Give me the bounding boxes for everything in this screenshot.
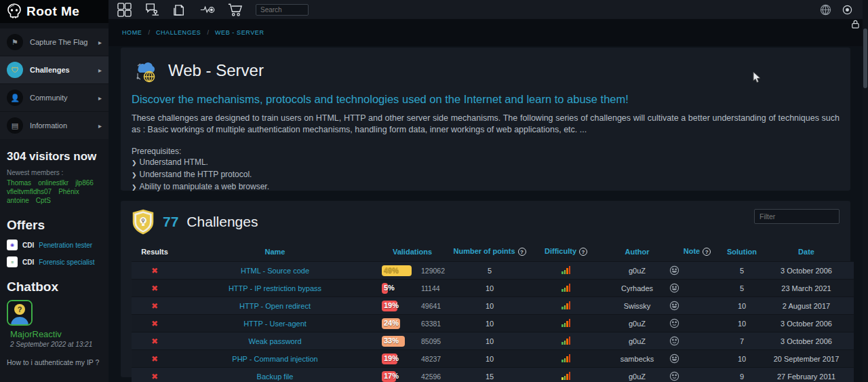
faq-icon[interactable]: [117, 2, 132, 17]
solution-count[interactable]: 10: [725, 315, 759, 332]
challenge-date: 27 February 2011: [759, 368, 854, 382]
points-value: 10: [452, 315, 527, 332]
col-solution[interactable]: Solution: [725, 243, 759, 262]
author-link[interactable]: g0uZ: [605, 315, 669, 332]
sidebar-item-challenges[interactable]: 🛡 Challenges ▸: [0, 56, 108, 83]
challenge-link[interactable]: HTML - Source code: [241, 267, 309, 275]
challenge-link[interactable]: HTTP - User-agent: [243, 320, 307, 328]
help-icon[interactable]: ?: [579, 248, 587, 256]
globe-icon[interactable]: [818, 2, 833, 17]
validation-badge: 5%: [382, 283, 412, 294]
solution-count[interactable]: 5: [725, 280, 759, 297]
search-input[interactable]: [256, 4, 309, 16]
filter-input[interactable]: [754, 209, 840, 224]
challenge-date: 3 October 2006: [759, 262, 854, 280]
breadcrumb-home[interactable]: HOME: [122, 29, 142, 36]
target-icon[interactable]: [840, 2, 854, 17]
challenge-link[interactable]: Backup file: [257, 373, 294, 381]
vertical-scrollbar[interactable]: [863, 0, 868, 382]
col-note[interactable]: Note?: [669, 243, 725, 262]
help-icon[interactable]: ?: [703, 248, 711, 256]
difficulty-icon: [561, 266, 570, 274]
breadcrumb-challenges[interactable]: CHALLENGES: [156, 29, 201, 36]
newest-members-list: Thomas onlinestlkr jlp866 vfleltvmfldhs0…: [7, 179, 102, 204]
page-title: Web - Server: [168, 61, 264, 80]
validation-count: 129062: [421, 267, 445, 275]
col-difficulty[interactable]: Difficulty?: [527, 243, 605, 262]
challenge-link[interactable]: HTTP - Open redirect: [239, 302, 311, 310]
member-link[interactable]: CptS: [36, 197, 51, 204]
validation-badge: 19%: [382, 354, 412, 364]
solution-count[interactable]: 10: [725, 350, 759, 368]
author-link[interactable]: g0uZ: [605, 262, 669, 280]
sidebar-item-community[interactable]: 👤 Community ▸: [0, 84, 108, 111]
avatar[interactable]: ?: [7, 300, 33, 326]
challenges-panel: ⚲ 77 Challenges Results Name Validations…: [121, 201, 850, 377]
not-validated-icon: ✖: [151, 354, 158, 364]
offer-link[interactable]: Forensic specialist: [39, 259, 94, 266]
shield-icon: 🛡: [7, 62, 23, 78]
col-date[interactable]: Date: [759, 243, 854, 262]
docs-icon[interactable]: [172, 2, 187, 17]
topbar: [108, 0, 863, 19]
sidebar-item-capture-the-flag[interactable]: ⚑ Capture The Flag ▸: [0, 28, 108, 56]
help-icon[interactable]: ?: [518, 248, 526, 256]
chevron-right-icon: ▸: [98, 94, 102, 102]
not-validated-icon: ✖: [151, 266, 158, 275]
member-link[interactable]: onlinestlkr: [38, 179, 68, 187]
member-link[interactable]: antoine: [7, 197, 29, 204]
intro-panel: Web - Server Discover the mechanisms, pr…: [121, 47, 850, 191]
author-link[interactable]: g0uZ: [605, 332, 669, 350]
forum-icon[interactable]: [144, 2, 159, 17]
col-results[interactable]: Results: [132, 243, 178, 262]
chatbox-title: Chatbox: [7, 280, 102, 294]
sidebar-item-information[interactable]: ▤ Information ▸: [0, 112, 108, 139]
cart-icon[interactable]: [228, 2, 243, 17]
company-logo-icon: ≡: [7, 256, 18, 267]
solution-count[interactable]: 5: [725, 262, 759, 280]
solution-count[interactable]: 7: [725, 332, 759, 350]
challenge-link[interactable]: Weak password: [248, 337, 301, 345]
points-value: 10: [452, 350, 527, 368]
difficulty-icon: [561, 372, 570, 380]
note-smiley-icon: [669, 265, 725, 275]
points-value: 10: [452, 280, 527, 297]
logo[interactable]: Root Me: [0, 0, 108, 23]
breadcrumb-current[interactable]: WEB - SERVER: [215, 29, 264, 36]
solution-count[interactable]: 10: [725, 297, 759, 315]
lock-icon[interactable]: [848, 16, 863, 31]
table-row: ✖ PHP - Command injection 19%48237 10 sa…: [132, 350, 854, 368]
challenge-link[interactable]: PHP - Command injection: [232, 355, 317, 363]
author-link[interactable]: sambecks: [605, 350, 669, 368]
prerequisite-item: ❯Understand the HTTP protocol.: [132, 168, 840, 180]
author-link[interactable]: Cyrhades: [605, 280, 669, 297]
validation-count: 11144: [421, 284, 440, 292]
col-author[interactable]: Author: [605, 243, 669, 262]
prerequisites-label: Prerequisites:: [132, 147, 840, 156]
cloud-globe-icon: [132, 57, 159, 84]
chat-username[interactable]: MajorReactiv: [10, 329, 102, 339]
challenge-date: 3 October 2006: [759, 332, 854, 350]
member-link[interactable]: Thomas: [7, 179, 31, 187]
member-link[interactable]: Phénix: [58, 188, 79, 195]
points-value: 10: [452, 297, 527, 315]
offer-forensic-specialist[interactable]: ≡ CDI Forensic specialist: [7, 256, 102, 267]
ctf-pulse-icon[interactable]: [200, 2, 215, 17]
validation-count: 85095: [421, 337, 441, 345]
challenge-link[interactable]: HTTP - IP restriction bypass: [229, 284, 321, 292]
member-link[interactable]: jlp866: [75, 179, 94, 187]
validation-badge: 33%: [382, 336, 412, 347]
chevron-right-icon: ▸: [98, 39, 102, 46]
col-name[interactable]: Name: [178, 243, 372, 262]
solution-count[interactable]: 9: [725, 368, 759, 382]
sidebar: Root Me ⚑ Capture The Flag ▸ 🛡 Challenge…: [0, 0, 108, 382]
author-link[interactable]: g0uZ: [605, 368, 669, 382]
author-link[interactable]: Swissky: [605, 297, 669, 315]
offer-penetration-tester[interactable]: ◉ CDI Penetration tester: [7, 240, 102, 250]
col-validations[interactable]: Validations: [372, 243, 452, 262]
col-points[interactable]: Number of points?: [452, 243, 527, 262]
member-link[interactable]: vfleltvmfldhs07: [7, 188, 52, 195]
scrollbar-thumb[interactable]: [863, 28, 867, 88]
visitors-count: 304 visitors now: [7, 150, 102, 164]
offer-link[interactable]: Penetration tester: [39, 242, 92, 249]
